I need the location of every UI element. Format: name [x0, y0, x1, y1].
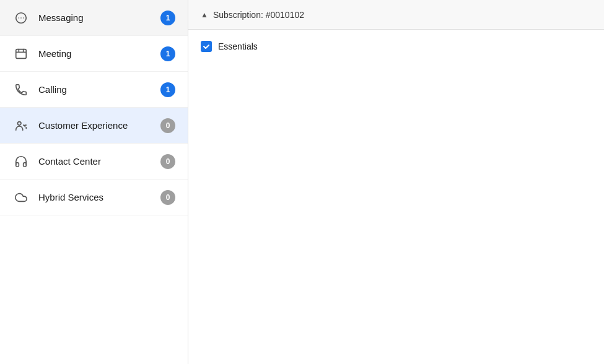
- content-area: Essentials: [188, 30, 604, 63]
- chevron-up-icon: ▲: [201, 11, 208, 19]
- checkmark-icon: [203, 43, 210, 50]
- badge-messaging: 1: [160, 11, 175, 25]
- sidebar-label-meeting: Meeting: [38, 48, 160, 59]
- sidebar-item-hybrid-services[interactable]: Hybrid Services 0: [0, 180, 188, 215]
- customer-experience-icon: [12, 119, 30, 132]
- subscription-title: Subscription: #0010102: [213, 10, 304, 20]
- badge-calling: 1: [160, 82, 175, 97]
- contact-center-icon: [12, 155, 30, 168]
- sidebar: Messaging 1 Meeting 1 Calling 1: [0, 0, 188, 364]
- sidebar-label-customer-experience: Customer Experience: [38, 120, 160, 131]
- sidebar-label-calling: Calling: [38, 84, 160, 95]
- meeting-icon: [12, 47, 30, 61]
- sidebar-label-messaging: Messaging: [38, 12, 160, 23]
- badge-hybrid-services: 0: [160, 190, 175, 205]
- svg-point-5: [18, 121, 22, 125]
- badge-meeting: 1: [160, 46, 175, 61]
- messaging-icon: [12, 11, 30, 25]
- sidebar-item-contact-center[interactable]: Contact Center 0: [0, 144, 188, 180]
- calling-icon: [12, 83, 30, 97]
- sidebar-label-hybrid-services: Hybrid Services: [38, 192, 160, 202]
- main-content: ▲ Subscription: #0010102 Essentials: [188, 0, 604, 364]
- sidebar-item-meeting[interactable]: Meeting 1: [0, 36, 188, 72]
- subscription-header[interactable]: ▲ Subscription: #0010102: [188, 0, 604, 30]
- hybrid-services-icon: [12, 191, 30, 204]
- sidebar-item-messaging[interactable]: Messaging 1: [0, 0, 188, 36]
- badge-customer-experience: 0: [160, 118, 175, 133]
- sidebar-label-contact-center: Contact Center: [38, 156, 160, 167]
- badge-contact-center: 0: [160, 154, 175, 169]
- essentials-label: Essentials: [218, 41, 258, 51]
- sidebar-item-calling[interactable]: Calling 1: [0, 72, 188, 108]
- essentials-row: Essentials: [201, 41, 592, 52]
- essentials-checkbox[interactable]: [201, 41, 212, 52]
- sidebar-item-customer-experience[interactable]: Customer Experience 0: [0, 108, 188, 144]
- svg-rect-1: [16, 49, 27, 58]
